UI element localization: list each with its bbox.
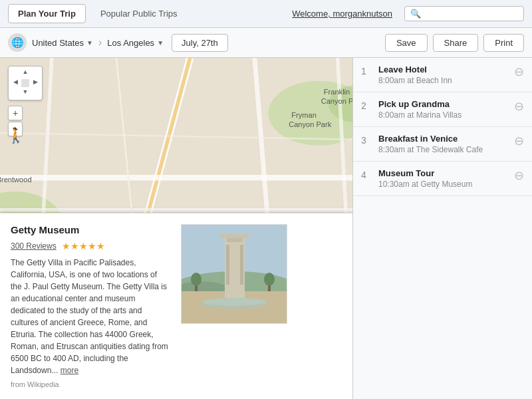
location2-dropdown-arrow: ▼ <box>157 39 164 47</box>
svg-text:Fryman: Fryman <box>291 111 317 119</box>
breadcrumb-separator1: › <box>98 37 102 49</box>
zoom-in-button[interactable]: + <box>8 106 23 120</box>
trip-info: Leave Hotel 8:00am at Beach Inn <box>378 65 507 85</box>
toolbar: 🌐 United States ▼ › Los Angeles ▼ July, … <box>0 28 532 58</box>
source-label: from Wikipedia <box>11 380 170 388</box>
svg-text:Canyon Park: Canyon Park <box>321 97 352 105</box>
trip-item: 4 Museum Tour 10:30am at Getty Museum ⊖ <box>353 162 532 196</box>
trip-info: Pick up Grandma 8:00am at Marina Villas <box>378 99 507 120</box>
trip-item: 1 Leave Hotel 8:00am at Beach Inn ⊖ <box>353 58 532 92</box>
search-icon: 🔍 <box>410 9 421 19</box>
svg-text:Franklin: Franklin <box>324 88 350 96</box>
trip-title: Museum Tour <box>378 168 507 178</box>
popup-text-area: Getty Museum 300 Reviews ★★★★★ The Getty… <box>11 224 170 388</box>
review-count-link[interactable]: 300 Reviews <box>11 241 57 251</box>
popup-image <box>181 224 287 324</box>
toolbar-actions: Save Share Print <box>385 34 524 52</box>
remove-trip-button[interactable]: ⊖ <box>514 66 524 78</box>
save-button[interactable]: Save <box>385 34 428 52</box>
trip-title: Leave Hotel <box>378 65 507 74</box>
map-nav-control[interactable]: ▲ ◀▶ ▼ <box>8 66 43 100</box>
map-area[interactable]: Brentwood Westridge-Canyonback Wildernes… <box>0 58 352 399</box>
remove-trip-button[interactable]: ⊖ <box>514 135 524 147</box>
location1-dropdown-arrow: ▼ <box>86 39 93 47</box>
trip-title: Pick up Grandma <box>378 99 507 109</box>
location1-breadcrumb[interactable]: United States ▼ <box>32 38 93 48</box>
trip-number: 2 <box>361 100 372 111</box>
header: Plan Your Trip Popular Public Trips Welc… <box>0 0 532 28</box>
welcome-text: Welcome, morganknutson <box>292 9 392 19</box>
popup-description: The Getty Villa in Pacific Palisades, Ca… <box>11 257 170 376</box>
svg-rect-48 <box>182 225 287 324</box>
popup-title: Getty Museum <box>11 224 170 235</box>
more-link[interactable]: more <box>61 366 78 375</box>
right-panel: 1 Leave Hotel 8:00am at Beach Inn ⊖ 2 Pi… <box>352 58 532 399</box>
trip-time: 10:30am at Getty Museum <box>378 180 507 189</box>
itinerary-list: 1 Leave Hotel 8:00am at Beach Inn ⊖ 2 Pi… <box>353 58 532 196</box>
trip-title: Breakfast in Venice <box>378 134 507 144</box>
trip-number: 4 <box>361 170 372 180</box>
nav-arrows: ▲ ◀▶ ▼ <box>11 68 40 98</box>
trip-info: Museum Tour 10:30am at Getty Museum <box>378 168 507 189</box>
popup-image-svg <box>182 225 287 324</box>
trip-number: 3 <box>361 135 372 146</box>
trip-time: 8:30am at The Sidewalk Cafe <box>378 145 507 154</box>
trip-item: 3 Breakfast in Venice 8:30am at The Side… <box>353 127 532 162</box>
svg-text:Brentwood: Brentwood <box>0 176 32 184</box>
star-rating: ★★★★★ <box>62 241 105 251</box>
svg-text:Canyon Park: Canyon Park <box>289 120 332 128</box>
date-button[interactable]: July, 27th <box>172 34 228 52</box>
trip-time: 8:00am at Beach Inn <box>378 76 507 85</box>
trip-number: 1 <box>361 66 372 76</box>
trip-time: 8:00am at Marina Villas <box>378 110 507 120</box>
popup-reviews: 300 Reviews ★★★★★ <box>11 241 170 251</box>
remove-trip-button[interactable]: ⊖ <box>514 170 524 182</box>
print-button[interactable]: Print <box>483 34 524 52</box>
map-popup: Getty Museum 300 Reviews ★★★★★ The Getty… <box>0 213 352 399</box>
search-box[interactable]: 🔍 <box>404 6 524 21</box>
globe-icon: 🌐 <box>8 33 27 52</box>
share-button[interactable]: Share <box>433 34 479 52</box>
trip-info: Breakfast in Venice 8:30am at The Sidewa… <box>378 134 507 154</box>
search-input[interactable] <box>424 9 518 19</box>
username: morganknutson <box>332 9 392 19</box>
remove-trip-button[interactable]: ⊖ <box>514 100 524 112</box>
trip-item: 2 Pick up Grandma 8:00am at Marina Villa… <box>353 92 532 127</box>
main-content: Brentwood Westridge-Canyonback Wildernes… <box>0 58 532 399</box>
location2-breadcrumb[interactable]: Los Angeles ▼ <box>107 38 164 48</box>
plan-your-trip-tab[interactable]: Plan Your Trip <box>8 4 86 23</box>
popular-public-trips-tab[interactable]: Popular Public Trips <box>91 5 187 23</box>
street-view-icon[interactable]: 🚶 <box>8 124 23 147</box>
